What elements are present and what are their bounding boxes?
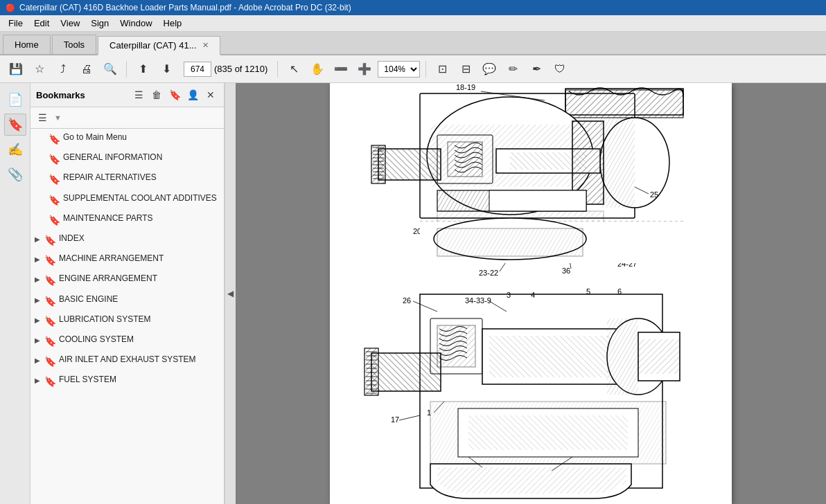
expand-arrow[interactable]: ▶ [35,376,43,385]
zoom-out-button[interactable]: ➖ [331,60,351,79]
expand-arrow[interactable]: ▶ [35,296,43,305]
bookmarks-close-button[interactable]: ✕ [203,87,218,102]
find-button[interactable]: 🔍 [100,60,121,79]
expand-arrow[interactable]: ▶ [35,255,43,264]
menu-file[interactable]: File [3,17,28,30]
sidebar-icons: 📄 🔖 ✍ 📎 [0,83,30,504]
pdf-viewer[interactable]: 18-19 10 [236,83,826,504]
main-area: 📄 🔖 ✍ 📎 Bookmarks ☰ 🗑 🔖 👤 ✕ ☰ ▼ 🔖 [0,83,826,504]
page-info: (835 of 1210) [184,62,267,77]
bookmark-label: COOLING SYSTEM [59,334,134,345]
menu-window[interactable]: Window [114,17,157,30]
menu-bar: File Edit View Sign Window Help [0,15,826,32]
expand-arrow[interactable]: ▶ [35,275,43,284]
bookmark-cooling-system[interactable]: ▶ 🔖 COOLING SYSTEM [30,331,224,351]
expand-arrow[interactable]: ▶ [35,356,43,365]
title-bar: 🔴 Caterpillar (CAT) 416D Backhoe Loader … [0,0,826,15]
tab-document[interactable]: Caterpillar (CAT) 41... ✕ [98,36,220,55]
bookmark-basic-engine[interactable]: ▶ 🔖 BASIC ENGINE [30,291,224,311]
bookmarks-header-icons: ☰ 🗑 🔖 👤 ✕ [131,87,218,102]
bookmarks-header: Bookmarks ☰ 🗑 🔖 👤 ✕ [30,83,224,107]
app-icon: 🔴 [6,3,15,12]
hand-tool[interactable]: ✋ [307,60,328,79]
tab-document-label: Caterpillar (CAT) 41... [109,40,196,51]
bookmark-label: MACHINE ARRANGEMENT [59,253,164,264]
bookmarks-new-button[interactable]: 🔖 [167,87,182,102]
tab-tools[interactable]: Tools [52,35,96,54]
expand-arrow[interactable]: ▶ [35,316,43,325]
pointer-tool[interactable]: ↖ [283,60,304,79]
bookmarks-panel: Bookmarks ☰ 🗑 🔖 👤 ✕ ☰ ▼ 🔖 Go to Main Men… [30,83,225,504]
sep-1 [126,61,127,78]
menu-view[interactable]: View [55,17,85,30]
svg-rect-24 [600,118,635,208]
bookmark-add-button[interactable]: ☆ [29,60,50,79]
bookmark-machine-arrangement[interactable]: ▶ 🔖 MACHINE ARRANGEMENT [30,250,224,270]
save-button[interactable]: 💾 [6,60,26,79]
bookmark-go-to-main-menu[interactable]: 🔖 Go to Main Menu [30,129,224,149]
bookmark-icon: 🔖 [44,254,56,267]
bookmark-general-information[interactable]: 🔖 GENERAL INFORMATION [30,149,224,169]
zoom-select[interactable]: 104% 75% 100% 125% 150% [378,61,420,78]
bookmark-index[interactable]: ▶ 🔖 INDEX [30,230,224,250]
svg-text:6: 6 [617,287,622,296]
print-button[interactable]: 🖨 [76,60,97,79]
bookmark-icon: 🔖 [44,355,56,368]
svg-rect-87 [468,415,628,450]
bookmark-label: INDEX [59,233,85,244]
protect-button[interactable]: 🛡 [550,60,570,79]
bookmarks-list[interactable]: 🔖 Go to Main Menu 🔖 GENERAL INFORMATION … [30,129,224,504]
sidebar-icon-bookmarks[interactable]: 🔖 [4,114,26,136]
bookmark-maintenance-parts[interactable]: 🔖 MAINTENANCE PARTS [30,210,224,230]
bookmark-icon: 🔖 [44,274,56,287]
fit-width-button[interactable]: ⊟ [455,60,476,79]
svg-rect-11 [378,149,441,180]
bookmark-icon: 🔖 [44,335,56,348]
sidebar-icon-attachments[interactable]: 📎 [4,163,26,186]
bookmark-icon: 🔖 [44,315,56,327]
tab-home-label: Home [15,39,39,50]
bookmarks-delete-button[interactable]: 🗑 [149,87,164,102]
svg-text:36: 36 [562,267,570,275]
bookmark-label: LUBRICATION SYSTEM [59,314,150,325]
bookmark-engine-arrangement[interactable]: ▶ 🔖 ENGINE ARRANGEMENT [30,270,224,290]
edit-button[interactable]: ✏ [502,60,523,79]
bookmark-air-inlet-exhaust[interactable]: ▶ 🔖 AIR INLET AND EXHAUST SYSTEM [30,351,224,371]
bookmark-label: GENERAL INFORMATION [63,152,162,163]
expand-arrow[interactable]: ▶ [35,235,43,244]
tab-home[interactable]: Home [3,35,51,54]
bookmark-icon: 🔖 [49,133,60,145]
bookmark-label: ENGINE ARRANGEMENT [59,273,157,285]
signature-button[interactable]: ✒ [526,60,547,79]
bookmark-supplemental-coolant[interactable]: 🔖 SUPPLEMENTAL COOLANT ADDITIVES [30,190,224,210]
bookmark-repair-alternatives[interactable]: 🔖 REPAIR ALTERNATIVES [30,169,224,189]
fit-page-button[interactable]: ⊡ [432,60,452,79]
prev-page-button[interactable]: ⬆ [132,60,153,79]
diagram-svg: 18-19 10 [330,83,732,504]
open-button[interactable]: ⤴ [53,60,73,79]
bookmark-label: AIR INLET AND EXHAUST SYSTEM [59,354,196,366]
bookmarks-search-button[interactable]: 👤 [185,87,200,102]
panel-collapse-button[interactable]: ◀ [225,83,236,504]
tab-close-button[interactable]: ✕ [202,41,209,50]
page-number-input[interactable] [184,62,211,77]
svg-text:3: 3 [507,291,511,299]
bookmarks-expand-button[interactable]: ☰ [35,110,50,125]
svg-text:17: 17 [391,415,399,424]
next-page-button[interactable]: ⬇ [156,60,177,79]
expand-arrow[interactable]: ▶ [35,336,43,345]
svg-text:18-19: 18-19 [456,83,475,91]
bookmark-fuel-system[interactable]: ▶ 🔖 FUEL SYSTEM [30,371,224,391]
bookmark-icon: 🔖 [44,375,56,388]
menu-help[interactable]: Help [158,17,188,30]
sep-3 [425,61,426,78]
comment-button[interactable]: 💬 [479,60,500,79]
menu-sign[interactable]: Sign [85,17,114,30]
bookmarks-menu-button[interactable]: ☰ [131,87,146,102]
sidebar-icon-create[interactable]: 📄 [4,89,26,111]
bookmark-lubrication-system[interactable]: ▶ 🔖 LUBRICATION SYSTEM [30,311,224,331]
menu-edit[interactable]: Edit [28,17,55,30]
zoom-in-button[interactable]: ➕ [354,60,375,79]
bookmark-label: REPAIR ALTERNATIVES [63,172,157,183]
sidebar-icon-signatures[interactable]: ✍ [4,138,26,161]
